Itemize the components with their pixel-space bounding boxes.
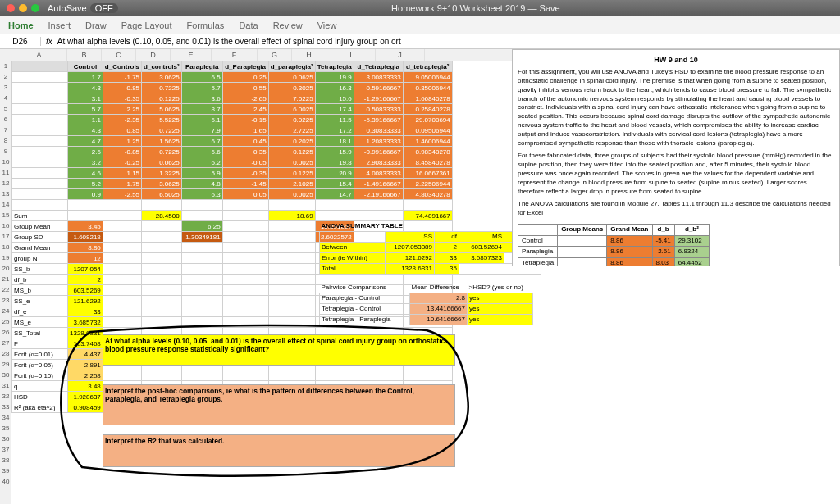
tab-pagelayout[interactable]: Page Layout (121, 20, 172, 30)
tab-insert[interactable]: Insert (48, 20, 71, 30)
pairwise-table: Pairwise ComparisonsMean Difference>HSD?… (319, 282, 533, 325)
instructions-panel: HW 9 and 10 For this assignment, you wil… (512, 49, 840, 266)
row-headers: 1234567891011121314151617181920212223242… (0, 61, 11, 504)
tab-home[interactable]: Home (8, 20, 34, 30)
autosave-label: AutoSave (48, 3, 87, 13)
formula-bar: D26 fx At what alpha levels (0.10, 0.05,… (0, 34, 840, 49)
min-dot[interactable] (19, 4, 27, 12)
tab-data[interactable]: Data (239, 20, 258, 30)
panel-title: HW 9 and 10 (518, 55, 834, 65)
autosave-state[interactable]: OFF (90, 3, 118, 13)
fx-icon[interactable]: fx (41, 37, 57, 46)
ribbon: Home Insert Draw Page Layout Formulas Da… (0, 16, 840, 34)
question-3[interactable]: Interpret the R2 that was calculated. (103, 434, 455, 467)
max-dot[interactable] (31, 4, 39, 12)
anova-title: ANOVA SUMMARY TABLE (320, 220, 541, 231)
question-2[interactable]: Interpret the post-hoc comparisons, ie w… (103, 384, 455, 425)
cell-ref[interactable]: D26 (0, 37, 41, 46)
formula-text[interactable]: At what alpha levels (0.10, 0.05, and 0.… (57, 37, 401, 46)
tab-review[interactable]: Review (273, 20, 303, 30)
file-title: Homework 9+10 Worksheet 2019 — Save (118, 3, 833, 13)
close-dot[interactable] (7, 4, 15, 12)
tab-draw[interactable]: Draw (85, 20, 107, 30)
question-1[interactable]: At what alpha levels (0.10, 0.05, and 0.… (103, 334, 455, 366)
tab-formulas[interactable]: Formulas (187, 20, 225, 30)
tab-view[interactable]: View (317, 20, 337, 30)
titlebar: AutoSave OFF Homework 9+10 Worksheet 201… (0, 0, 840, 16)
anova-table: ANOVA SUMMARY TABLE SSdfMSF Between1207.… (319, 220, 541, 275)
